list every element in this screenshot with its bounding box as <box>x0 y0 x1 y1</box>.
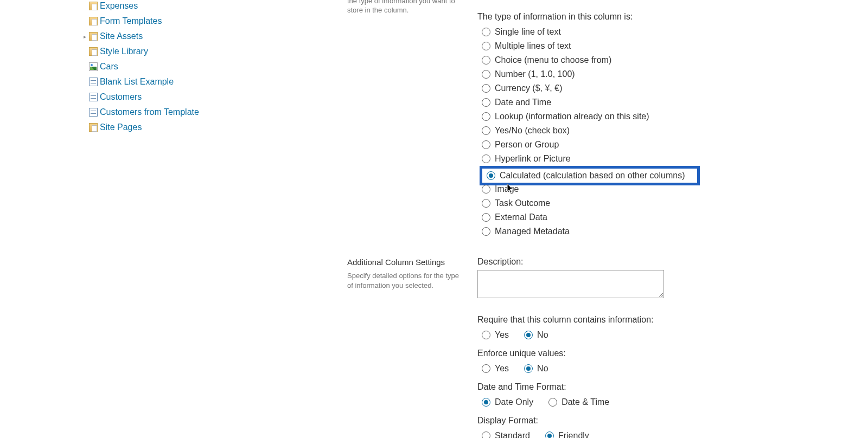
folder-icon <box>89 47 98 56</box>
column-type-option-label: Currency ($, ¥, €) <box>495 83 562 93</box>
tree-item-label[interactable]: Cars <box>100 62 118 72</box>
picture-icon <box>89 62 98 71</box>
require-no[interactable]: No <box>524 328 548 342</box>
additional-settings-help: Specify detailed options for the type of… <box>347 271 467 291</box>
radio-icon <box>482 98 490 107</box>
tree-item-label[interactable]: Site Assets <box>100 31 143 41</box>
column-type-option-label: Yes/No (check box) <box>495 126 570 136</box>
column-type-option-label: Calculated (calculation based on other c… <box>500 171 685 181</box>
folder-icon <box>89 32 98 41</box>
column-type-option-label: Date and Time <box>495 98 551 107</box>
radio-icon <box>482 84 490 93</box>
chevron-right-icon: ▸ <box>81 33 88 40</box>
column-type-option-label: Hyperlink or Picture <box>495 154 571 164</box>
datetime-date-time[interactable]: Date & Time <box>548 395 609 409</box>
column-type-option[interactable]: Number (1, 1.0, 100) <box>482 67 868 81</box>
radio-icon <box>524 331 533 339</box>
tree-item-label[interactable]: Form Templates <box>100 16 162 26</box>
tree-item-blank-list[interactable]: Blank List Example <box>76 75 336 89</box>
radio-icon <box>482 185 490 194</box>
tree-item-expenses[interactable]: Expenses <box>76 0 336 13</box>
column-type-option[interactable]: Currency ($, ¥, €) <box>482 81 868 95</box>
radio-icon <box>482 398 490 407</box>
description-label: Description: <box>477 257 868 267</box>
radio-icon <box>482 364 490 373</box>
radio-icon <box>482 431 490 438</box>
radio-icon <box>482 140 490 149</box>
column-type-option[interactable]: Person or Group <box>482 138 868 152</box>
radio-icon <box>524 364 533 373</box>
column-type-option-label: Single line of text <box>495 27 561 37</box>
column-type-option-label: Person or Group <box>495 140 559 150</box>
enforce-yes[interactable]: Yes <box>482 362 509 376</box>
tree-item-form-templates[interactable]: Form Templates <box>76 14 336 28</box>
radio-icon <box>482 213 490 222</box>
radio-icon <box>487 171 495 180</box>
tree-item-style-library[interactable]: Style Library <box>76 44 336 59</box>
enforce-label: Enforce unique values: <box>477 349 868 358</box>
column-type-option-label: Lookup (information already on this site… <box>495 112 649 121</box>
radio-icon <box>482 199 490 208</box>
radio-icon <box>482 28 490 36</box>
tree-item-customers-template[interactable]: Customers from Template <box>76 105 336 119</box>
require-yes[interactable]: Yes <box>482 328 509 342</box>
column-type-option-label: Managed Metadata <box>495 227 570 236</box>
column-type-option[interactable]: Single line of text <box>482 25 868 39</box>
column-type-option[interactable]: Calculated (calculation based on other c… <box>480 166 700 185</box>
radio-icon <box>482 42 490 50</box>
column-type-option-label: Multiple lines of text <box>495 41 571 51</box>
column-type-option-label: Task Outcome <box>495 198 550 208</box>
list-icon <box>89 93 98 101</box>
folder-icon <box>89 123 98 132</box>
column-type-option-label: External Data <box>495 212 547 222</box>
tree-item-label[interactable]: Customers <box>100 92 142 102</box>
tree-item-label[interactable]: Customers from Template <box>100 107 199 117</box>
display-standard[interactable]: Standard <box>482 429 530 438</box>
display-format-label: Display Format: <box>477 416 868 426</box>
tree-item-customers[interactable]: Customers <box>76 90 336 104</box>
radio-icon <box>482 56 490 65</box>
tree-item-label[interactable]: Site Pages <box>100 123 142 132</box>
radio-icon <box>482 331 490 339</box>
tree-item-site-pages[interactable]: Site Pages <box>76 120 336 134</box>
radio-icon <box>482 126 490 135</box>
column-type-option[interactable]: Lookup (information already on this site… <box>482 110 868 124</box>
description-input[interactable] <box>477 270 664 298</box>
datetime-format-label: Date and Time Format: <box>477 382 868 392</box>
help-type-text: the type of information you want to stor… <box>347 0 467 15</box>
column-type-option[interactable]: External Data <box>482 210 868 224</box>
radio-icon <box>482 70 490 79</box>
list-icon <box>89 108 98 117</box>
radio-icon <box>482 227 490 236</box>
tree-item-label[interactable]: Blank List Example <box>100 77 174 87</box>
column-type-option[interactable]: Task Outcome <box>482 196 868 210</box>
column-type-option[interactable]: Choice (menu to choose from) <box>482 53 868 67</box>
folder-icon <box>89 2 98 10</box>
display-friendly[interactable]: Friendly <box>545 429 589 438</box>
tree-item-site-assets[interactable]: ▸ Site Assets <box>76 29 336 43</box>
column-type-label: The type of information in this column i… <box>477 12 868 22</box>
column-type-option[interactable]: Managed Metadata <box>482 224 868 239</box>
folder-icon <box>89 17 98 25</box>
column-type-option-label: Number (1, 1.0, 100) <box>495 69 575 79</box>
column-type-option[interactable]: Date and Time <box>482 95 868 110</box>
require-label: Require that this column contains inform… <box>477 315 868 325</box>
column-type-option[interactable]: Multiple lines of text <box>482 39 868 53</box>
radio-icon <box>545 431 554 438</box>
radio-icon <box>482 154 490 163</box>
radio-icon <box>548 398 557 407</box>
column-type-option-label: Choice (menu to choose from) <box>495 55 611 65</box>
tree-item-cars[interactable]: Cars <box>76 60 336 74</box>
column-type-option[interactable]: Yes/No (check box) <box>482 124 868 138</box>
enforce-no[interactable]: No <box>524 362 548 376</box>
sidebar-tree: ▾ Documents Expenses Form Templates ▸ Si… <box>0 0 336 438</box>
column-type-option-label: Image <box>495 184 519 194</box>
radio-icon <box>482 112 490 121</box>
column-type-radios: Single line of textMultiple lines of tex… <box>477 25 868 239</box>
column-type-option[interactable]: Hyperlink or Picture <box>482 152 868 166</box>
tree-item-label[interactable]: Expenses <box>100 1 138 11</box>
datetime-date-only[interactable]: Date Only <box>482 395 533 409</box>
additional-settings-heading: Additional Column Settings <box>347 257 467 267</box>
list-icon <box>89 78 98 86</box>
tree-item-label[interactable]: Style Library <box>100 47 148 56</box>
